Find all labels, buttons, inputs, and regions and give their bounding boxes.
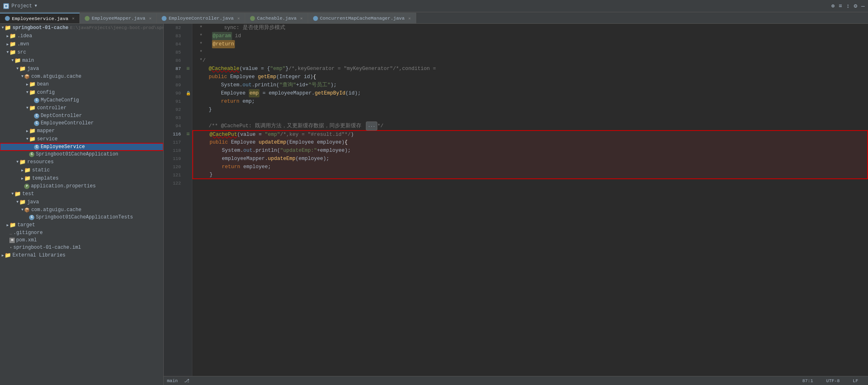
tree-item-mvn[interactable]: ▶ 📁 .mvn: [0, 40, 163, 48]
folder-icon: 📁: [14, 191, 21, 197]
tab-concurrent-map[interactable]: ConcurrentMapCacheManager.java ✕: [308, 13, 416, 23]
tree-item-mapper[interactable]: ▶ 📁 mapper: [0, 127, 163, 135]
code-area: 82 83 84 85 86 87 88 89 90 91 92 93 94 1…: [164, 24, 868, 376]
tree-item-ext-libs[interactable]: ▶ 📁 External Libraries: [0, 251, 163, 259]
code-token: "emp": [265, 131, 280, 139]
expand-arrow-icon: ▼: [21, 208, 23, 212]
code-token: /*,keyGenerator = "myKeyGenerator"/*,con…: [289, 65, 436, 73]
code-token: }: [197, 171, 213, 179]
folder-icon: 📁: [29, 136, 36, 142]
gutter: ≡ 🔒 ≡: [184, 24, 192, 376]
class-icon: C: [34, 144, 39, 150]
tab-cacheable[interactable]: Cacheable.java ✕: [245, 13, 308, 23]
tab-employee-service[interactable]: EmployeeService.java ✕: [0, 13, 80, 23]
tab-close-icon[interactable]: ✕: [408, 16, 411, 21]
tree-label: EmployeeController: [41, 120, 94, 126]
expand-arrow-icon: ▼: [26, 106, 28, 110]
tree-item-test-package[interactable]: ▼ 📦 com.atguigu.cache: [0, 206, 163, 214]
code-token: @return: [212, 40, 235, 48]
gutter-84: [184, 40, 192, 48]
code-token: */: [377, 122, 383, 130]
tree-item-service[interactable]: ▼ 📁 service: [0, 135, 163, 143]
tree-item-config[interactable]: ▼ 📁 config: [0, 88, 163, 97]
gutter-93: [184, 114, 192, 122]
class-icon: C: [34, 98, 39, 103]
expand-arrow-icon: ▶: [21, 176, 23, 181]
gutter-91: [184, 97, 192, 106]
tree-item-templates[interactable]: ▶ 📁 templates: [0, 174, 163, 182]
settings-icon[interactable]: ⚙: [854, 2, 857, 9]
sidebar: ▼ 📁 springboot-01-cache E:\javaProjects\…: [0, 24, 164, 385]
tab-icon-blue: [5, 16, 10, 21]
tree-item-test-java[interactable]: ▼ 📁 java: [0, 198, 163, 206]
tree-item-app-main[interactable]: ▶ C Springboot01CacheApplication: [0, 151, 163, 158]
code-token: "emp": [270, 65, 286, 73]
code-token: public: [210, 138, 228, 146]
tab-label: EmployeeController.java: [169, 16, 234, 21]
tree-label: src: [17, 50, 26, 55]
code-token: return: [222, 163, 240, 171]
gutter-90: 🔒: [184, 89, 192, 97]
tree-item-controller[interactable]: ▼ 📁 controller: [0, 104, 163, 112]
tree-item-static[interactable]: ▶ 📁 static: [0, 166, 163, 174]
tree-item-main[interactable]: ▼ 📁 main: [0, 56, 163, 65]
code-content[interactable]: * sync: 是否使用异步模式 * @param id * @return *: [192, 24, 868, 376]
line-num-116: 116: [167, 130, 181, 138]
tab-close-icon[interactable]: ✕: [72, 16, 74, 21]
tree-item-my-cache-config[interactable]: ▶ C MyCacheConfig: [0, 97, 163, 104]
tree-item-employee-controller[interactable]: ▶ C EmployeeController: [0, 119, 163, 127]
code-token: +employee);: [317, 146, 351, 155]
code-token: updateEmp: [259, 138, 286, 146]
structure-icon[interactable]: ≡: [839, 3, 842, 9]
tree-item-project-root[interactable]: ▼ 📁 springboot-01-cache E:\javaProjects\…: [0, 24, 163, 32]
code-token: Employee: [227, 73, 258, 81]
tree-label: java: [27, 66, 39, 72]
tree-item-src[interactable]: ▼ 📁 src: [0, 48, 163, 56]
tree-item-dept-controller[interactable]: ▶ C DeptController: [0, 112, 163, 119]
line-num-89: 89: [167, 81, 181, 89]
tree-item-employee-service[interactable]: ▶ C EmployeeService: [0, 143, 163, 151]
class-icon: C: [34, 121, 39, 126]
line-num-122: 122: [167, 179, 181, 187]
code-token: .println(: [253, 146, 280, 155]
tree-item-target[interactable]: ▶ 📁 target: [0, 221, 163, 229]
build-icon[interactable]: ⊕: [831, 2, 834, 9]
tree-item-resources[interactable]: ▼ 📁 resources: [0, 158, 163, 166]
code-editor: 82 83 84 85 86 87 88 89 90 91 92 93 94 1…: [164, 24, 868, 385]
minimize-icon[interactable]: —: [861, 3, 865, 9]
line-num-91: 91: [167, 97, 181, 106]
folder-icon: 📁: [9, 222, 16, 228]
tree-item-application-properties[interactable]: ▶ P application.properties: [0, 182, 163, 190]
tree-item-iml[interactable]: ▶ ▪ springboot-01-cache.iml: [0, 244, 163, 251]
file-icon: m: [9, 238, 15, 243]
fold-indicator[interactable]: ...: [366, 122, 377, 131]
tab-employee-controller[interactable]: EmployeeController.java ✕: [157, 13, 245, 23]
code-token: Employee: [196, 89, 249, 97]
tree-item-gitignore[interactable]: ▶ _ .gitignore: [0, 229, 163, 236]
tab-employee-mapper[interactable]: EmployeeMapper.java ✕: [80, 13, 157, 23]
tab-close-icon[interactable]: ✕: [237, 16, 240, 21]
gutter-116: ≡: [184, 130, 192, 138]
layout-icon[interactable]: ↕: [846, 3, 850, 9]
tree-item-idea[interactable]: ▶ 📁 .idea: [0, 32, 163, 40]
expand-arrow-icon: ▶: [26, 129, 28, 133]
tree-item-bean[interactable]: ▶ 📁 bean: [0, 80, 163, 88]
tree-item-package[interactable]: ▼ 📦 com.atguigu.cache: [0, 73, 163, 80]
tree-item-pom[interactable]: ▶ m pom.xml: [0, 236, 163, 244]
code-token: out: [243, 146, 253, 155]
tree-item-app-tests[interactable]: ▶ C Springboot01CacheApplicationTests: [0, 214, 163, 221]
tab-close-icon[interactable]: ✕: [300, 16, 303, 21]
folder-icon: 📁: [5, 252, 11, 259]
expand-arrow-icon: ▶: [7, 34, 9, 38]
tree-item-test[interactable]: ▼ 📁 test: [0, 190, 163, 198]
code-token: .println(: [252, 81, 280, 89]
folder-icon: 📁: [29, 128, 36, 134]
tab-close-icon[interactable]: ✕: [149, 16, 151, 21]
tree-label: application.properties: [31, 183, 95, 189]
status-line-ending[interactable]: LF: [853, 378, 858, 383]
folder-icon: 📁: [29, 89, 36, 96]
tree-item-java[interactable]: ▼ 📁 java: [0, 65, 163, 73]
dropdown-arrow-icon[interactable]: ▼: [34, 4, 37, 8]
status-encoding[interactable]: UTF-8: [826, 378, 840, 383]
status-bar: main ⎇ 87:1 UTF-8 LF: [164, 376, 868, 385]
